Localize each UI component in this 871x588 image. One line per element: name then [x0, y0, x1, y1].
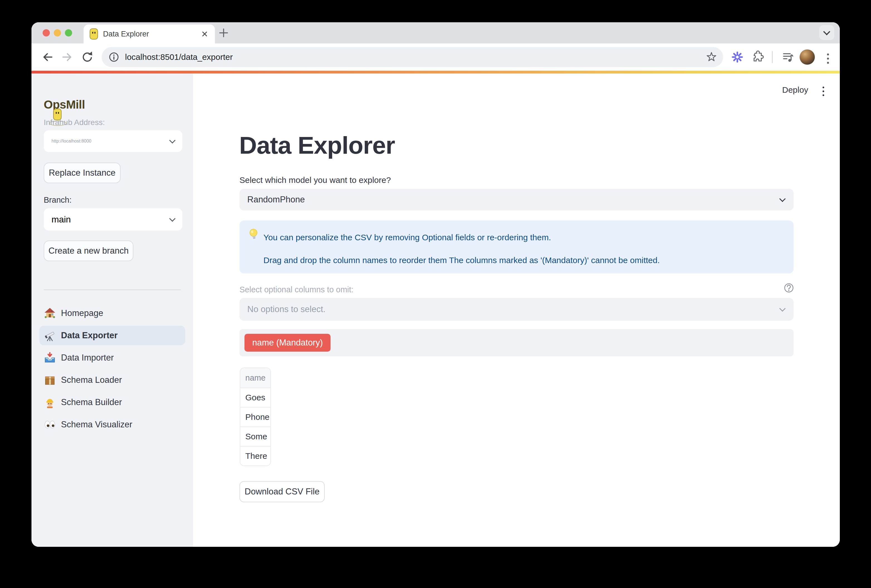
sidebar: OpsMill Infrahub Address: http://localho… [31, 73, 193, 547]
toolbar-divider [772, 51, 773, 63]
chevron-down-icon [823, 28, 830, 35]
chevron-down-icon [780, 196, 786, 202]
worker-icon [44, 396, 56, 408]
avatar[interactable] [799, 49, 815, 65]
model-select-label: Select which model you want to explore? [239, 175, 391, 185]
browser-window: Data Explorer [31, 22, 840, 547]
reload-icon[interactable] [81, 50, 94, 64]
chevron-down-icon [780, 305, 786, 312]
sidebar-item-label: Data Exporter [61, 331, 118, 341]
sidebar-item-schema-loader[interactable]: Schema Loader [39, 370, 185, 390]
page-title: Data Explorer [239, 133, 395, 157]
info-line-1: You can personalize the CSV by removing … [263, 233, 551, 242]
zoom-window-button[interactable] [65, 29, 72, 36]
sidebar-item-label: Schema Builder [61, 397, 122, 407]
table-header-name: name [240, 368, 270, 388]
table-row: There [240, 446, 270, 465]
sidebar-item-data-importer[interactable]: Data Importer [39, 348, 185, 368]
branch-label: Branch: [44, 196, 72, 205]
sidebar-item-homepage[interactable]: Homepage [39, 304, 185, 323]
new-tab-icon[interactable] [217, 27, 230, 39]
sidebar-item-label: Schema Visualizer [61, 420, 132, 429]
tab-search-button[interactable] [819, 25, 834, 40]
telescope-icon [44, 329, 56, 342]
house-icon [44, 307, 56, 319]
media-controls-icon[interactable] [781, 50, 795, 64]
column-order-container: name (Mandatory) [239, 329, 793, 356]
bulb-icon [247, 227, 261, 241]
table-row: Phone [240, 407, 270, 426]
minimize-window-button[interactable] [54, 29, 61, 36]
replace-instance-button[interactable]: Replace Instance [44, 163, 121, 183]
bookmark-star-icon[interactable] [705, 51, 718, 63]
opsmill-logo: OpsMill [44, 98, 85, 111]
chrome-menu-icon[interactable] [821, 52, 835, 65]
model-select-value: RandomPhone [247, 195, 305, 205]
sidebar-item-schema-visualizer[interactable]: Schema Visualizer [39, 415, 185, 434]
sidebar-item-data-exporter[interactable]: Data Exporter [39, 326, 185, 345]
omit-columns-multiselect[interactable]: No options to select. [239, 298, 793, 321]
download-csv-button[interactable]: Download CSV File [239, 481, 325, 502]
sidebar-item-label: Homepage [61, 308, 103, 318]
table-row: Goes [240, 388, 270, 407]
main-content: Deploy Data Explorer Select which model … [193, 73, 840, 547]
table-row: Some [240, 426, 270, 446]
tab-title: Data Explorer [103, 30, 149, 39]
favicon [90, 28, 98, 39]
branch-select[interactable]: main [44, 208, 183, 230]
infrahub-address-select[interactable]: http://localhost:8000 [44, 130, 183, 152]
extensions-puzzle-icon[interactable] [751, 50, 764, 64]
info-line-2: Drag and drop the column names to reorde… [263, 256, 660, 265]
info-box: You can personalize the CSV by removing … [239, 220, 793, 274]
browser-toolbar: localhost:8501/data_exporter [31, 43, 840, 71]
back-icon[interactable] [40, 50, 54, 64]
site-info-icon[interactable] [108, 51, 120, 63]
eyes-icon [44, 419, 56, 431]
sidebar-item-schema-builder[interactable]: Schema Builder [39, 392, 185, 412]
help-icon[interactable] [783, 282, 795, 293]
app-menu-icon[interactable] [818, 86, 829, 97]
omit-columns-label: Select optional columns to omit: [239, 285, 353, 294]
extension-asterisk-icon[interactable] [731, 50, 744, 64]
url-bar[interactable]: localhost:8501/data_exporter [102, 47, 723, 67]
sidebar-item-label: Schema Loader [61, 375, 122, 385]
infrahub-address-value: http://localhost:8000 [51, 139, 91, 144]
inbox-icon [44, 352, 56, 364]
chevron-down-icon [169, 137, 176, 144]
package-icon [44, 374, 56, 386]
branch-value: main [51, 214, 71, 225]
forward-icon[interactable] [61, 50, 74, 64]
omit-columns-placeholder: No options to select. [247, 304, 326, 314]
model-select[interactable]: RandomPhone [239, 189, 793, 211]
url-text[interactable]: localhost:8501/data_exporter [125, 52, 233, 62]
tab-strip: Data Explorer [31, 22, 840, 43]
chevron-down-icon [169, 215, 176, 222]
streamlit-decoration-bar [31, 71, 840, 73]
sidebar-divider [44, 290, 181, 290]
deploy-button[interactable]: Deploy [782, 85, 808, 95]
create-branch-button[interactable]: Create a new branch [44, 241, 133, 261]
browser-tab[interactable]: Data Explorer [84, 24, 215, 43]
close-window-button[interactable] [43, 29, 50, 36]
infrahub-address-label: Infrahub Address: [44, 118, 105, 127]
mandatory-column-pill[interactable]: name (Mandatory) [244, 334, 331, 352]
sidebar-item-label: Data Importer [61, 353, 114, 363]
tab-close-icon[interactable] [201, 30, 209, 38]
preview-table: name Goes Phone Some There [240, 368, 271, 466]
